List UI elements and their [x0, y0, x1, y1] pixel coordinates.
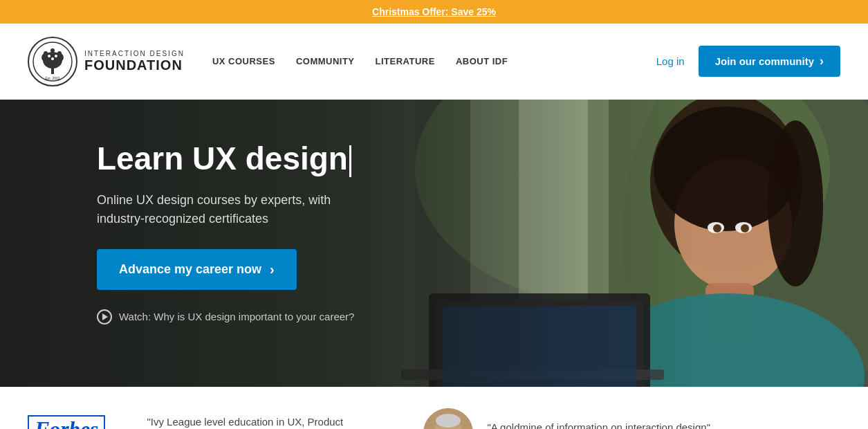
- text-cursor: [349, 145, 351, 177]
- logo-top: INTERACTION DESIGN: [84, 50, 185, 57]
- watch-video-link[interactable]: Watch: Why is UX design important to you…: [97, 309, 387, 325]
- top-banner: Christmas Offer: Save 25%: [0, 0, 868, 24]
- nav-community[interactable]: COMMUNITY: [296, 56, 355, 66]
- header: Est. 2002 INTERACTION DESIGN FOUNDATION …: [0, 24, 868, 100]
- play-triangle: [102, 313, 108, 320]
- svg-point-6: [50, 48, 55, 53]
- banner-link[interactable]: Christmas Offer: Save 25%: [372, 6, 496, 17]
- main-nav: UX COURSES COMMUNITY LITERATURE ABOUT ID…: [212, 56, 656, 66]
- hero-section: Learn UX design Online UX design courses…: [0, 100, 868, 387]
- svg-point-5: [44, 51, 48, 55]
- nav-ux-courses[interactable]: UX COURSES: [212, 56, 275, 66]
- advance-career-button[interactable]: Advance my career now ›: [97, 249, 297, 290]
- svg-point-8: [48, 55, 50, 57]
- don-norman-area: "A goldmine of information on interactio…: [423, 408, 710, 429]
- login-link[interactable]: Log in: [656, 55, 685, 67]
- logo-bottom: FOUNDATION: [84, 57, 185, 73]
- hero-content: Learn UX design Online UX design courses…: [0, 100, 387, 325]
- social-proof-section: Forbes .com "Ivy League level education …: [0, 387, 868, 429]
- svg-text:Est. 2002: Est. 2002: [45, 76, 59, 80]
- forbes-text: Forbes: [28, 415, 105, 429]
- don-norman-avatar: [423, 408, 473, 429]
- logo-circle: Est. 2002: [28, 37, 77, 86]
- play-icon: [97, 309, 112, 325]
- nav-about-idf[interactable]: ABOUT IDF: [456, 56, 508, 66]
- don-quote: "A goldmine of information on interactio…: [487, 421, 710, 429]
- nav-literature[interactable]: LITERATURE: [376, 56, 435, 66]
- hero-subtitle: Online UX design courses by experts, wit…: [97, 191, 387, 228]
- svg-point-7: [57, 51, 62, 55]
- don-norman-quote-area: "A goldmine of information on interactio…: [487, 421, 710, 429]
- svg-point-9: [55, 55, 57, 57]
- svg-point-10: [51, 57, 54, 60]
- chevron-right-icon: ›: [820, 54, 824, 69]
- logo-text: INTERACTION DESIGN FOUNDATION: [84, 50, 185, 73]
- forbes-logo: Forbes .com: [28, 415, 105, 429]
- svg-point-34: [436, 414, 461, 428]
- header-actions: Log in Join our community ›: [656, 46, 840, 77]
- watch-label: Watch: Why is UX design important to you…: [119, 311, 354, 322]
- logo[interactable]: Est. 2002 INTERACTION DESIGN FOUNDATION: [28, 37, 185, 86]
- join-button[interactable]: Join our community ›: [699, 46, 840, 77]
- forbes-quote: "Ivy League level education in UX, Produ…: [147, 416, 368, 430]
- hero-title: Learn UX design: [97, 141, 387, 177]
- chevron-right-icon: ›: [270, 262, 275, 277]
